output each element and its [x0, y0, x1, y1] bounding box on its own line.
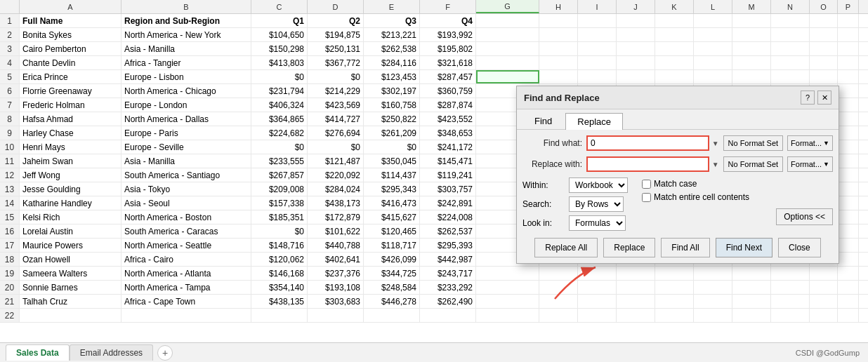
- cell-n-2[interactable]: [771, 28, 810, 41]
- cell-n-4[interactable]: [771, 56, 810, 69]
- cell-k-3[interactable]: [655, 42, 694, 55]
- cell-j-5[interactable]: [617, 70, 655, 83]
- dialog-help-button[interactable]: ?: [801, 90, 815, 105]
- cell-a-16[interactable]: Lorelai Austin: [20, 224, 121, 238]
- cell-j-22[interactable]: [617, 309, 655, 322]
- cell-m-3[interactable]: [732, 42, 771, 55]
- cell-f-7[interactable]: $287,874: [420, 98, 476, 112]
- add-sheet-button[interactable]: +: [157, 345, 173, 361]
- cell-n-5[interactable]: [771, 70, 810, 83]
- cell-c-14[interactable]: $157,338: [251, 196, 308, 210]
- cell-h-19[interactable]: [539, 267, 578, 280]
- cell-g-22[interactable]: [476, 309, 539, 322]
- cell-p-6[interactable]: [838, 84, 859, 98]
- cell-b-16[interactable]: South America - Caracas: [121, 224, 251, 238]
- cell-f-15[interactable]: $224,008: [420, 210, 476, 224]
- cell-l-21[interactable]: [694, 295, 732, 308]
- cell-m-22[interactable]: [732, 309, 771, 322]
- cell-f-18[interactable]: $442,987: [420, 253, 476, 266]
- tab-sales-data[interactable]: Sales Data: [6, 344, 70, 361]
- cell-g-21[interactable]: [476, 295, 539, 308]
- replace-format-btn[interactable]: Format... ▼: [787, 156, 833, 172]
- cell-f-14[interactable]: $242,891: [420, 196, 476, 210]
- cell-d-18[interactable]: $402,641: [308, 253, 364, 266]
- cell-c-2[interactable]: $104,650: [251, 28, 308, 41]
- cell-b-2[interactable]: North America - New York: [121, 28, 251, 41]
- cell-e-4[interactable]: $284,116: [364, 56, 420, 69]
- cell-a-22[interactable]: [20, 309, 121, 322]
- cell-e-2[interactable]: $213,221: [364, 28, 420, 41]
- cell-e-9[interactable]: $261,209: [364, 126, 420, 140]
- cell-e-20[interactable]: $248,584: [364, 281, 420, 294]
- cell-n-22[interactable]: [771, 309, 810, 322]
- cell-k-20[interactable]: [655, 281, 694, 294]
- cell-d-5[interactable]: $0: [308, 70, 364, 83]
- cell-g-20[interactable]: [476, 281, 539, 294]
- cell-f-10[interactable]: $241,172: [420, 140, 476, 154]
- cell-b-6[interactable]: North America - Chicago: [121, 84, 251, 98]
- cell-a-9[interactable]: Harley Chase: [20, 126, 121, 140]
- cell-o-2[interactable]: [810, 28, 838, 41]
- cell-h-2[interactable]: [539, 28, 578, 41]
- cell-h-22[interactable]: [539, 309, 578, 322]
- cell-d-19[interactable]: $237,376: [308, 267, 364, 280]
- cell-a-15[interactable]: Kelsi Rich: [20, 210, 121, 224]
- cell-i-5[interactable]: [578, 70, 617, 83]
- options-less-btn[interactable]: Options <<: [776, 208, 833, 225]
- cell-k-4[interactable]: [655, 56, 694, 69]
- cell-d-2[interactable]: $194,875: [308, 28, 364, 41]
- cell-k-22[interactable]: [655, 309, 694, 322]
- cell-a-13[interactable]: Jesse Goulding: [20, 182, 121, 196]
- cell-h-21[interactable]: [539, 295, 578, 308]
- cell-a-17[interactable]: Maurice Powers: [20, 239, 121, 252]
- cell-a-10[interactable]: Henri Mays: [20, 140, 121, 154]
- cell-i-4[interactable]: [578, 56, 617, 69]
- cell-d-14[interactable]: $438,173: [308, 196, 364, 210]
- cell-b-14[interactable]: Asia - Seoul: [121, 196, 251, 210]
- cell-o-5[interactable]: [810, 70, 838, 83]
- cell-f-22[interactable]: [420, 309, 476, 322]
- cell-k-5[interactable]: [655, 70, 694, 83]
- cell-o-1[interactable]: [810, 14, 838, 27]
- cell-m-21[interactable]: [732, 295, 771, 308]
- cell-p-4[interactable]: [838, 56, 859, 69]
- cell-b-1[interactable]: Region and Sub-Region: [121, 14, 251, 27]
- cell-a-5[interactable]: Erica Prince: [20, 70, 121, 83]
- cell-b-21[interactable]: Africa - Cape Town: [121, 295, 251, 308]
- cell-a-8[interactable]: Hafsa Ahmad: [20, 112, 121, 126]
- cell-c-19[interactable]: $146,168: [251, 267, 308, 280]
- cell-b-11[interactable]: Asia - Manilla: [121, 154, 251, 168]
- cell-j-4[interactable]: [617, 56, 655, 69]
- cell-d-3[interactable]: $250,131: [308, 42, 364, 55]
- cell-b-3[interactable]: Asia - Manilla: [121, 42, 251, 55]
- cell-g-1[interactable]: [476, 14, 539, 27]
- cell-e-15[interactable]: $415,627: [364, 210, 420, 224]
- cell-c-22[interactable]: [251, 309, 308, 322]
- cell-j-19[interactable]: [617, 267, 655, 280]
- cell-i-1[interactable]: [578, 14, 617, 27]
- match-case-label[interactable]: Match case: [642, 179, 749, 189]
- cell-o-19[interactable]: [810, 267, 838, 280]
- replace-with-input[interactable]: [586, 156, 709, 172]
- cell-c-16[interactable]: $0: [251, 224, 308, 238]
- cell-b-18[interactable]: Africa - Cairo: [121, 253, 251, 266]
- cell-h-20[interactable]: [539, 281, 578, 294]
- cell-b-4[interactable]: Africa - Tangier: [121, 56, 251, 69]
- dialog-tab-replace[interactable]: Replace: [565, 113, 623, 130]
- cell-a-3[interactable]: Cairo Pemberton: [20, 42, 121, 55]
- cell-p-2[interactable]: [838, 28, 859, 41]
- cell-d-7[interactable]: $423,569: [308, 98, 364, 112]
- cell-a-19[interactable]: Sameera Walters: [20, 267, 121, 280]
- close-button[interactable]: Close: [778, 238, 821, 257]
- cell-p-19[interactable]: [838, 267, 859, 280]
- cell-m-19[interactable]: [732, 267, 771, 280]
- cell-d-22[interactable]: [308, 309, 364, 322]
- cell-b-5[interactable]: Europe - Lisbon: [121, 70, 251, 83]
- cell-p-15[interactable]: [838, 210, 859, 224]
- cell-f-1[interactable]: Q4: [420, 14, 476, 27]
- cell-k-21[interactable]: [655, 295, 694, 308]
- cell-m-20[interactable]: [732, 281, 771, 294]
- cell-k-19[interactable]: [655, 267, 694, 280]
- cell-k-2[interactable]: [655, 28, 694, 41]
- cell-h-4[interactable]: [539, 56, 578, 69]
